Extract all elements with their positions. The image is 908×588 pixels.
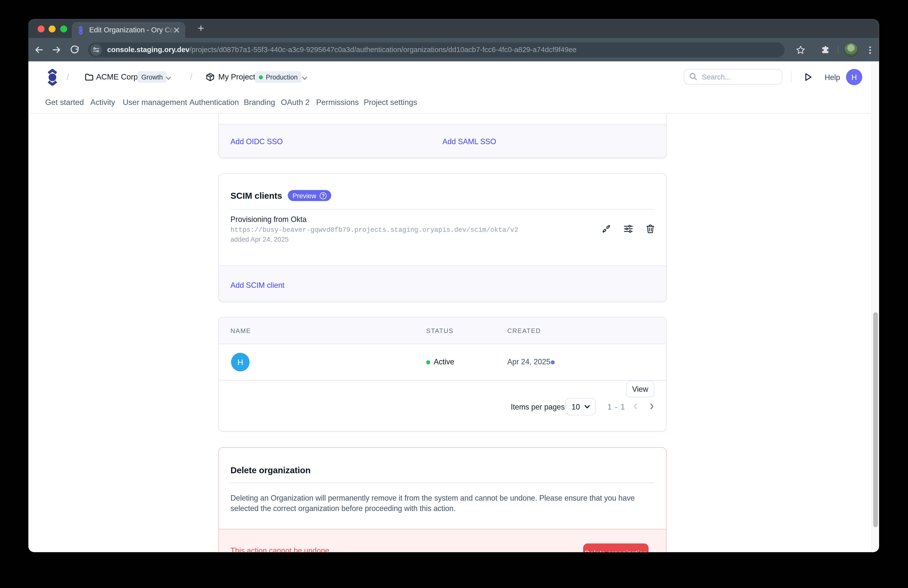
nav-branding[interactable]: Branding [244,98,275,106]
help-circle-icon: ? [320,192,327,199]
nav-activity[interactable]: Activity [90,98,115,106]
sso-card-footer: Add OIDC SSO Add SAML SSO [218,124,667,158]
close-icon[interactable] [172,26,180,34]
created-indicator-dot [551,361,555,364]
table-row[interactable]: H Active Apr 24, 2025 View [219,344,666,381]
table-header-name: NAME [230,327,251,334]
project-cube-icon [206,72,215,82]
page-size-select[interactable]: 10 [565,398,596,415]
environment-label: Production [266,74,298,81]
url-text: console.staging.ory.dev/projects/d087b7a… [107,46,576,54]
created-date: Apr 24, 2025 [507,358,551,366]
pagination-range: 1 - 1 [607,403,625,411]
add-scim-client-link[interactable]: Add SCIM client [230,281,285,290]
screenshot-stage: Edit Organization - Ory Console + [0,0,908,588]
scim-client-added-date: added Apr 24, 2025 [230,236,289,243]
delete-organization-card: Delete organization Deleting an Organiza… [218,447,667,552]
organization-avatar: H [231,353,250,371]
configure-sliders-icon[interactable] [623,224,633,234]
breadcrumb-project[interactable]: My Project [218,72,255,81]
view-button[interactable]: View [626,381,654,398]
delete-card-description: Deleting an Organization will permanentl… [230,493,645,513]
site-settings-icon[interactable] [90,44,102,56]
environment-status-dot [259,75,263,79]
folder-icon [85,72,94,82]
page-scrollbar-thumb[interactable] [873,312,878,527]
page-size-value: 10 [572,403,580,411]
scim-client-name: Provisioning from Okta [230,215,307,224]
delete-warning-text: This action cannot be undone. [230,546,332,552]
chevron-down-icon [584,403,591,410]
table-header-row: NAME STATUS CREATED [219,317,666,344]
preview-badge[interactable]: Preview ? [288,190,332,201]
add-saml-sso-link[interactable]: Add SAML SSO [443,137,496,146]
add-oidc-sso-link[interactable]: Add OIDC SSO [230,137,283,146]
ory-logo[interactable] [47,69,57,85]
search-input[interactable] [684,69,782,84]
project-chevron-down-icon[interactable] [301,75,308,82]
user-avatar[interactable]: H [846,69,862,85]
search-icon [689,72,697,81]
prev-page-icon[interactable] [632,403,639,410]
nav-authentication[interactable]: Authentication [189,98,239,106]
delete-card-footer: This action cannot be undone. Delete org… [218,529,667,552]
scim-clients-card: SCIM clients Preview ? Provisioning from… [218,173,667,302]
scim-client-url: https://busy-beaver-gqwvd0fb79.projects.… [230,226,518,234]
help-link[interactable]: Help [824,73,840,82]
browser-profile-avatar[interactable] [844,42,858,57]
delete-organization-button[interactable]: Delete organization [583,543,649,552]
status-dot [426,361,430,364]
next-page-icon[interactable] [648,403,655,410]
nav-permissions[interactable]: Permissions [316,98,359,106]
scim-card-title: SCIM clients [230,190,282,200]
status-label: Active [434,358,454,366]
reload-icon[interactable] [69,45,80,55]
preview-badge-label: Preview [293,192,316,199]
scim-card-divider [230,209,654,209]
page-scrollbar-track[interactable] [871,61,879,552]
workspace-plan-badge: Growth [137,71,167,83]
url-path: /projects/d087b7a1-55f3-440c-a3c9-929564… [190,46,576,54]
items-per-page-label: Items per pages [511,403,565,411]
traffic-light-zoom[interactable] [60,26,67,32]
new-tab-button[interactable]: + [194,21,208,35]
workspace-chevron-down-icon[interactable] [165,75,172,82]
forward-icon[interactable] [52,45,62,55]
url-host: console.staging.ory.dev [107,46,190,54]
breadcrumb-separator-2: / [190,72,192,82]
run-play-icon[interactable] [804,72,813,82]
back-icon[interactable] [34,45,44,55]
delete-card-title: Delete organization [230,465,311,475]
traffic-light-minimize[interactable] [48,26,56,32]
scim-card-footer: Add SCIM client [218,265,667,302]
test-connection-icon[interactable] [601,224,612,234]
browser-menu-icon[interactable] [865,45,875,55]
workspace-plan-label: Growth [142,74,163,81]
trash-icon[interactable] [645,224,655,234]
browser-tab[interactable]: Edit Organization - Ory Console [72,22,185,38]
delete-card-divider [230,483,654,483]
bookmark-star-icon[interactable] [796,45,806,55]
breadcrumb-workspace[interactable]: ACME Corp [96,72,138,81]
toolbar-divider [838,46,839,54]
environment-badge: Production [255,71,302,83]
extensions-icon[interactable] [821,45,831,55]
header-divider [791,71,792,83]
search-box [684,69,782,84]
nav-project-settings[interactable]: Project settings [364,98,417,106]
browser-tab-strip: Edit Organization - Ory Console + [28,19,879,38]
url-bar[interactable]: console.staging.ory.dev/projects/d087b7a… [88,42,785,57]
nav-user-management[interactable]: User management [123,98,187,106]
ory-favicon [77,26,85,35]
browser-window: Edit Organization - Ory Console + [28,19,879,552]
table-header-status: STATUS [426,327,454,334]
nav-oauth2[interactable]: OAuth 2 [281,98,309,106]
breadcrumb-separator: / [67,72,69,82]
sso-card: Add OIDC SSO Add SAML SSO [218,114,667,158]
page-content: / ACME Corp Growth / My Project Producti… [28,61,879,552]
table-header-created: CREATED [507,327,541,334]
nav-get-started[interactable]: Get started [45,98,84,106]
traffic-light-close[interactable] [38,26,45,32]
browser-toolbar: console.staging.ory.dev/projects/d087b7a… [28,38,879,61]
organizations-table-card: NAME STATUS CREATED H Active Apr 24, 202… [218,317,667,432]
